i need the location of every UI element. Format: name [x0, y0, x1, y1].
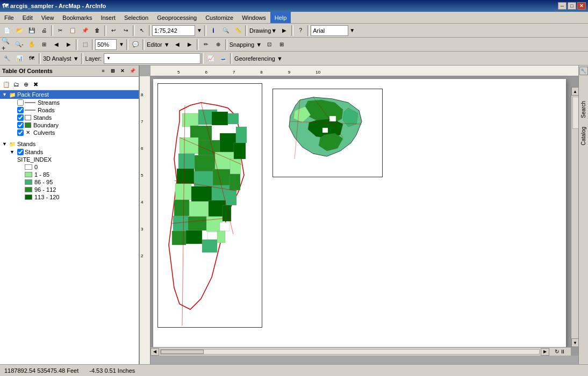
next-extent-btn[interactable]: ▶ — [63, 39, 75, 50]
analyst-container: 3D Analyst ▼ — [42, 55, 80, 62]
scale-dropdown[interactable]: ▼ — [196, 25, 203, 37]
snapping2-btn[interactable]: ⊞ — [276, 39, 288, 50]
stands-checkbox[interactable] — [17, 149, 24, 155]
pause-btn[interactable]: ⏸ — [560, 349, 565, 355]
toc-search-btn[interactable]: ⊞ — [109, 67, 117, 75]
scrollbar-h[interactable]: ◀ ▶ ↻ ⏸ — [150, 347, 571, 356]
toc-item-stands[interactable]: ▼ Stands — [0, 148, 139, 156]
search-panel-label[interactable]: Search — [579, 97, 587, 122]
prev-extent-btn[interactable]: ◀ — [51, 39, 62, 50]
toc-tb-btn3[interactable]: ⊕ — [21, 80, 30, 89]
culverts-checkbox[interactable] — [17, 129, 24, 136]
font-dropdown[interactable]: ▼ — [348, 25, 356, 37]
maximize-button[interactable]: □ — [568, 2, 576, 10]
full-extent-btn[interactable]: ⊞ — [38, 39, 50, 50]
open-btn[interactable]: 📂 — [13, 25, 25, 37]
tb3-btn1[interactable]: 🔧 — [1, 53, 13, 64]
stands-pf-checkbox[interactable] — [17, 114, 24, 121]
zoom-pct-dropdown[interactable]: ▼ — [118, 39, 125, 50]
edit1-btn[interactable]: ◀ — [171, 39, 183, 50]
boundary-checkbox[interactable] — [17, 122, 24, 128]
toc-close-btn[interactable]: ✕ — [118, 67, 127, 75]
sep16 — [81, 53, 83, 64]
close-button[interactable]: ✕ — [577, 2, 586, 10]
scroll-v-thumb[interactable] — [572, 97, 579, 129]
catalog-panel-label[interactable]: Catalog — [579, 122, 587, 149]
toc-item-roads[interactable]: Roads — [0, 106, 139, 114]
menu-customize[interactable]: Customize — [201, 12, 238, 23]
toc-item-stands-pf[interactable]: Stands — [0, 114, 139, 121]
menu-view[interactable]: View — [37, 12, 59, 23]
map-tips-btn[interactable]: 💬 — [130, 39, 141, 50]
surface-btn[interactable]: 🗻 — [217, 53, 229, 64]
scroll-v-up[interactable]: ▲ — [571, 87, 579, 96]
menu-help[interactable]: Help — [270, 12, 291, 23]
scroll-h-right[interactable]: ▶ — [541, 348, 549, 356]
toc-item-boundary[interactable]: Boundary — [0, 121, 139, 129]
zoom-in-btn[interactable]: 🔍+ — [1, 39, 13, 50]
snapping1-btn[interactable]: ⊡ — [263, 39, 275, 50]
font-input[interactable] — [311, 25, 348, 36]
refresh-btn[interactable]: ↻ — [555, 349, 559, 355]
legend-label-0: 0 — [34, 164, 38, 170]
save-btn[interactable]: 💾 — [26, 25, 38, 37]
toc-tb-btn2[interactable]: 🗂 — [12, 80, 20, 89]
new-btn[interactable]: 📄 — [1, 25, 13, 37]
print-btn[interactable]: 🖨 — [38, 25, 50, 37]
expand-stands[interactable]: ▼ — [10, 149, 16, 155]
menu-edit[interactable]: Edit — [18, 12, 37, 23]
scroll-h-track[interactable] — [160, 349, 540, 355]
layer-dropdown[interactable]: ▼ — [104, 53, 200, 64]
tb3-btn3[interactable]: 🗺 — [26, 53, 38, 64]
tb3-btn2[interactable]: 📊 — [13, 53, 25, 64]
menu-windows[interactable]: Windows — [238, 12, 270, 23]
sketch2-btn[interactable]: ⊕ — [212, 39, 224, 50]
toc-item-culverts[interactable]: ✕ Culverts — [0, 129, 139, 136]
sketch1-btn[interactable]: ✏ — [200, 39, 212, 50]
toc-pin-btn[interactable]: 📌 — [128, 67, 137, 75]
edit2-btn[interactable]: ▶ — [184, 39, 196, 50]
expand-stands-grp[interactable]: ▼ — [2, 141, 9, 147]
sep2 — [104, 25, 106, 36]
toc-tb-btn4[interactable]: ✖ — [31, 80, 40, 89]
scale-input[interactable] — [152, 25, 195, 36]
menu-bookmarks[interactable]: Bookmarks — [58, 12, 96, 23]
pan-btn[interactable]: ✋ — [26, 39, 38, 50]
map-canvas[interactable]: ◀ ▶ ↻ ⏸ ▲ ▼ — [150, 76, 579, 356]
help-btn[interactable]: ? — [295, 25, 306, 37]
minimize-button[interactable]: ─ — [558, 2, 567, 10]
expand-packforest[interactable]: ▼ — [2, 92, 9, 97]
cursor-btn[interactable]: ▶ — [278, 25, 290, 37]
toc-tb-btn1[interactable]: 📋 — [2, 80, 11, 89]
find-btn[interactable]: 🔍 — [220, 25, 232, 37]
scroll-v-down[interactable]: ▼ — [571, 338, 579, 347]
roads-checkbox[interactable] — [17, 107, 24, 113]
toc-group-stands[interactable]: ▼ 📁 Stands — [0, 140, 139, 148]
arc-toolbox-btn[interactable]: 🔧 — [579, 67, 588, 75]
menu-geoprocessing[interactable]: Geoprocessing — [153, 12, 201, 23]
zoom-pct-input[interactable] — [95, 39, 117, 50]
streams-checkbox[interactable] — [17, 99, 24, 106]
redo-btn[interactable]: ↪ — [120, 25, 132, 37]
select-btn[interactable]: ⬚ — [79, 39, 91, 50]
scroll-h-thumb[interactable] — [161, 350, 204, 354]
paste-btn[interactable]: 📌 — [79, 25, 91, 37]
zoom-out-btn[interactable]: 🔍- — [13, 39, 25, 50]
delete-btn[interactable]: 🗑 — [91, 25, 103, 37]
toc-item-streams[interactable]: Streams — [0, 99, 139, 106]
copy-btn[interactable]: 📋 — [67, 25, 78, 37]
toc-header-icons: ≡ ⊞ ✕ 📌 — [99, 67, 137, 75]
menu-file[interactable]: File — [0, 12, 18, 23]
menu-insert[interactable]: Insert — [96, 12, 120, 23]
scroll-h-left[interactable]: ◀ — [150, 348, 159, 356]
measure-btn[interactable]: 📏 — [232, 25, 244, 37]
analyze-btn[interactable]: 📈 — [205, 53, 217, 64]
identify-btn[interactable]: i — [207, 25, 219, 37]
pointer-btn[interactable]: ↖ — [136, 25, 148, 37]
cut-btn[interactable]: ✂ — [54, 25, 66, 37]
toc-list-btn[interactable]: ≡ — [99, 67, 107, 75]
undo-btn[interactable]: ↩ — [107, 25, 119, 37]
menu-selection[interactable]: Selection — [120, 12, 153, 23]
toc-group-packforest[interactable]: ▼ 📁 Pack Forest — [0, 90, 139, 99]
svg-rect-17 — [230, 159, 241, 174]
